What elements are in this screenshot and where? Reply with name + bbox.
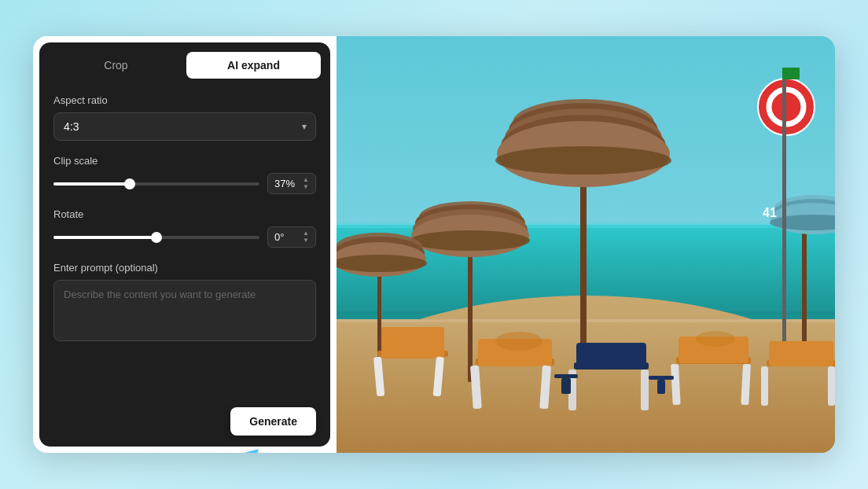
form-body: Aspect ratio 4:3 1:1 16:9 3:2 Custom ▾ C… bbox=[39, 82, 330, 407]
svg-rect-61 bbox=[554, 374, 578, 378]
svg-rect-50 bbox=[576, 343, 646, 369]
svg-rect-64 bbox=[657, 380, 665, 394]
clip-scale-stepper: ▲ ▼ bbox=[303, 177, 309, 190]
clip-scale-down-arrow[interactable]: ▼ bbox=[303, 184, 309, 190]
aspect-ratio-group: Aspect ratio 4:3 1:1 16:9 3:2 Custom ▾ bbox=[53, 94, 316, 141]
tab-crop[interactable]: Crop bbox=[49, 52, 183, 79]
rotate-label: Rotate bbox=[53, 208, 316, 220]
svg-rect-60 bbox=[828, 366, 835, 406]
clip-scale-value-box: 37% ▲ ▼ bbox=[267, 173, 316, 194]
rotate-row: 0° ▲ ▼ bbox=[53, 226, 316, 248]
rotate-fill bbox=[53, 236, 156, 239]
clip-scale-row: 37% ▲ ▼ bbox=[53, 173, 316, 194]
svg-point-19 bbox=[410, 230, 530, 251]
rotate-group: Rotate 0° ▲ ▼ bbox=[53, 208, 316, 248]
generate-button[interactable]: Generate bbox=[230, 407, 316, 436]
beach-photo-panel: Salva dor 41 bbox=[337, 36, 835, 453]
prompt-textarea[interactable] bbox=[53, 280, 316, 341]
clip-scale-up-arrow[interactable]: ▲ bbox=[303, 177, 309, 183]
clip-scale-fill bbox=[53, 182, 130, 186]
main-container: Crop AI expand Aspect ratio 4:3 1:1 16:9… bbox=[33, 36, 835, 453]
rotate-thumb[interactable] bbox=[151, 232, 162, 243]
svg-point-65 bbox=[495, 332, 542, 351]
clip-scale-value: 37% bbox=[274, 178, 295, 189]
svg-rect-63 bbox=[649, 376, 674, 380]
clip-scale-track[interactable] bbox=[53, 182, 259, 186]
rotate-value-box: 0° ▲ ▼ bbox=[267, 226, 316, 248]
svg-rect-59 bbox=[761, 366, 768, 406]
clip-scale-group: Clip scale 37% ▲ ▼ bbox=[53, 155, 316, 194]
beach-scene-svg: Salva dor 41 bbox=[337, 36, 835, 453]
clip-scale-thumb[interactable] bbox=[124, 178, 135, 189]
prompt-label: Enter prompt (optional) bbox=[53, 262, 316, 274]
rotate-stepper: ▲ ▼ bbox=[303, 230, 309, 244]
svg-point-66 bbox=[696, 331, 735, 347]
cursor-icon bbox=[241, 449, 263, 453]
left-panel: Crop AI expand Aspect ratio 4:3 1:1 16:9… bbox=[39, 42, 330, 447]
svg-rect-52 bbox=[641, 370, 649, 410]
clip-scale-label: Clip scale bbox=[53, 155, 316, 167]
aspect-ratio-select[interactable]: 4:3 1:1 16:9 3:2 Custom bbox=[53, 112, 316, 141]
aspect-ratio-select-wrapper: 4:3 1:1 16:9 3:2 Custom ▾ bbox=[53, 112, 316, 141]
svg-rect-62 bbox=[561, 378, 571, 394]
svg-rect-38 bbox=[782, 68, 800, 79]
rotate-up-arrow[interactable]: ▲ bbox=[303, 230, 309, 237]
generate-area: Generate bbox=[39, 407, 330, 447]
rotate-value: 0° bbox=[274, 231, 284, 243]
rotate-track[interactable] bbox=[53, 236, 259, 239]
rotate-down-arrow[interactable]: ▼ bbox=[303, 237, 309, 244]
svg-rect-44 bbox=[381, 327, 444, 339]
svg-rect-37 bbox=[782, 68, 786, 343]
svg-rect-58 bbox=[769, 341, 833, 366]
svg-text:41: 41 bbox=[763, 206, 777, 219]
svg-point-13 bbox=[495, 146, 671, 175]
tab-ai-expand[interactable]: AI expand bbox=[186, 52, 321, 79]
aspect-ratio-label: Aspect ratio bbox=[53, 94, 316, 106]
tabs-container: Crop AI expand bbox=[39, 42, 330, 79]
prompt-group: Enter prompt (optional) bbox=[53, 262, 316, 341]
